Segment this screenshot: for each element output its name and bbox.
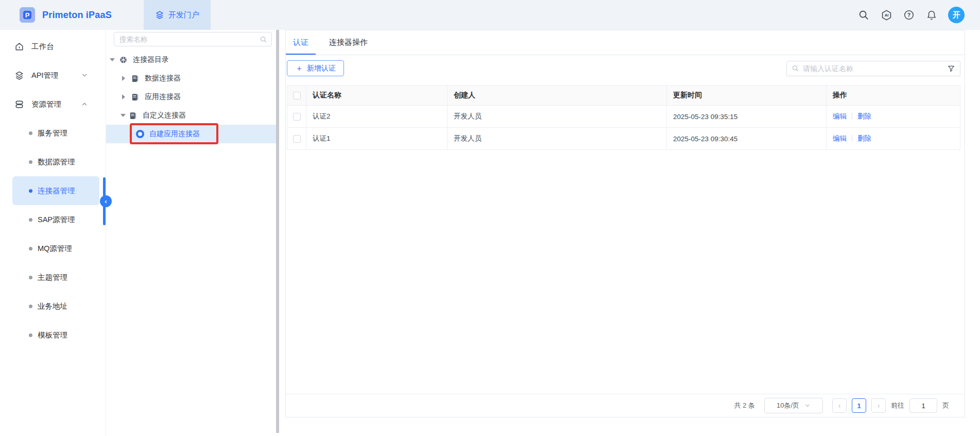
home-icon (14, 42, 24, 52)
sidebar-item-label: 主题管理 (38, 273, 67, 282)
tree-search-box[interactable] (114, 32, 272, 46)
edit-link[interactable]: 编辑 (833, 112, 847, 120)
goto-page-input[interactable] (909, 398, 937, 413)
add-auth-button[interactable]: ＋ 新增认证 (287, 60, 344, 76)
auth-table-area: 认证名称 创建人 更新时间 操作 认证2 开发人员 2025- (286, 76, 965, 394)
sidebar-item-datasource-management[interactable]: 数据源管理 (12, 147, 99, 176)
sidebar-item-label: 模板管理 (38, 330, 67, 340)
bullet-icon (29, 305, 32, 308)
caret-expanded-icon[interactable] (110, 58, 115, 64)
tab-connector-operations[interactable]: 连接器操作 (322, 30, 375, 55)
sidebar-item-resource-management[interactable]: 资源管理 (0, 90, 106, 119)
sidebar-item-sap-source-management[interactable]: SAP源管理 (12, 205, 99, 234)
page-number-button[interactable]: 1 (852, 398, 866, 413)
search-icon[interactable] (260, 36, 267, 43)
bullet-icon (29, 189, 32, 193)
ai-assistant-icon[interactable]: AI (880, 9, 892, 21)
sidebar-item-label: 工作台 (31, 42, 54, 52)
row-checkbox[interactable] (293, 135, 301, 143)
sidebar-item-label: MQ源管理 (38, 244, 72, 254)
help-icon[interactable]: ? (903, 9, 915, 21)
sidebar-item-label: SAP源管理 (38, 215, 75, 225)
tab-label: 认证 (293, 38, 308, 46)
auth-search-box[interactable] (786, 61, 960, 76)
tab-dev-portal[interactable]: 开发门户 (144, 0, 211, 30)
connector-ring-icon (136, 130, 144, 138)
sidebar-item-service-management[interactable]: 服务管理 (12, 119, 99, 147)
caret-collapsed-icon[interactable] (122, 94, 128, 99)
auth-search-input[interactable] (803, 64, 947, 73)
tree-node-label: 数据连接器 (145, 74, 181, 83)
bullet-icon (29, 247, 32, 250)
header-actions: AI ? 开 (857, 7, 980, 23)
app-window: P Primeton iPaaS 开发门户 AI (0, 0, 980, 436)
tree-node-data-connector[interactable]: 数据连接器 (106, 69, 276, 88)
chevron-down-icon (81, 72, 88, 79)
sidebar-item-workbench[interactable]: 工作台 (0, 32, 106, 61)
svg-text:AI: AI (884, 13, 888, 18)
sidebar-item-label: 服务管理 (38, 128, 67, 138)
page-unit-label: 页 (942, 401, 949, 410)
total-count-label: 共 2 条 (734, 401, 755, 410)
sidebar-item-api-management[interactable]: API管理 (0, 61, 106, 90)
cell-updated: 2025-05-23 09:35:15 (667, 106, 827, 128)
tab-dev-portal-label: 开发门户 (168, 10, 199, 20)
document-icon (131, 74, 140, 83)
cell-creator: 开发人员 (448, 106, 667, 128)
layers-icon (155, 10, 164, 20)
delete-link[interactable]: 删除 (857, 112, 871, 120)
pagination-bar: 共 2 条 10条/页 ‹ 1 › 前往 (286, 394, 965, 417)
cell-updated: 2025-05-23 09:30:45 (667, 128, 827, 150)
bullet-icon (29, 218, 32, 222)
tree-search-input[interactable] (119, 36, 260, 43)
sidebar-item-template-management[interactable]: 模板管理 (12, 321, 99, 349)
page-size-select[interactable]: 10条/页 (764, 398, 823, 413)
catalog-cube-icon (119, 56, 128, 64)
tree-node-label: 应用连接器 (145, 92, 181, 102)
connector-detail-card: 认证 连接器操作 ＋ 新增认证 (285, 30, 965, 417)
chevron-up-icon (81, 100, 88, 108)
cell-creator: 开发人员 (448, 128, 667, 150)
app-logo[interactable]: P Primeton iPaaS (0, 6, 112, 24)
tree-node-custom-connector[interactable]: 自定义连接器 (106, 106, 276, 125)
link-divider (852, 113, 852, 119)
tree-node-label: 自建应用连接器 (149, 129, 200, 139)
document-icon (131, 93, 140, 102)
connector-tree-panel: 连接器目录 数据连接器 (106, 30, 276, 436)
caret-collapsed-icon[interactable] (122, 76, 128, 81)
cell-auth-name: 认证2 (306, 106, 448, 128)
tree-node-app-connector[interactable]: 应用连接器 (106, 88, 276, 106)
select-all-checkbox[interactable] (293, 92, 301, 99)
sidebar-collapse-button[interactable]: ‹ (100, 195, 112, 207)
main-content: 认证 连接器操作 ＋ 新增认证 (279, 30, 980, 436)
table-header-row: 认证名称 创建人 更新时间 操作 (287, 86, 960, 106)
user-avatar[interactable]: 开 (948, 7, 965, 23)
prev-page-button[interactable]: ‹ (832, 398, 847, 413)
search-icon[interactable] (857, 9, 870, 21)
caret-expanded-icon[interactable] (121, 114, 126, 120)
sidebar-nav: 工作台 API管理 资源管理 (0, 30, 106, 436)
filter-funnel-icon[interactable] (947, 64, 955, 73)
table-row[interactable]: 认证2 开发人员 2025-05-23 09:35:15 编辑删除 (287, 106, 960, 128)
sidebar-item-label: 数据源管理 (38, 157, 75, 167)
chevron-right-icon: › (878, 401, 880, 410)
tree-node-selfbuilt-app-connector[interactable]: 自建应用连接器 (106, 125, 276, 143)
sidebar-item-mq-source-management[interactable]: MQ源管理 (12, 234, 99, 263)
detail-tabs: 认证 连接器操作 (286, 30, 965, 55)
bullet-icon (29, 160, 32, 164)
sidebar-item-connector-management[interactable]: 连接器管理 (12, 176, 99, 205)
table-row[interactable]: 认证1 开发人员 2025-05-23 09:30:45 编辑删除 (287, 128, 960, 150)
tab-authentication[interactable]: 认证 (286, 30, 316, 55)
next-page-button[interactable]: › (871, 398, 886, 413)
row-checkbox[interactable] (293, 113, 301, 121)
column-header-actions: 操作 (827, 86, 960, 106)
app-header: P Primeton iPaaS 开发门户 AI (0, 0, 980, 30)
tree-node-connector-catalog[interactable]: 连接器目录 (106, 51, 276, 69)
notification-bell-icon[interactable] (925, 9, 938, 21)
svg-text:P: P (25, 11, 30, 19)
sidebar-item-topic-management[interactable]: 主题管理 (12, 263, 99, 292)
edit-link[interactable]: 编辑 (833, 135, 847, 142)
chevron-left-icon: ‹ (838, 401, 841, 410)
delete-link[interactable]: 删除 (857, 135, 871, 142)
sidebar-item-business-address[interactable]: 业务地址 (12, 292, 99, 321)
